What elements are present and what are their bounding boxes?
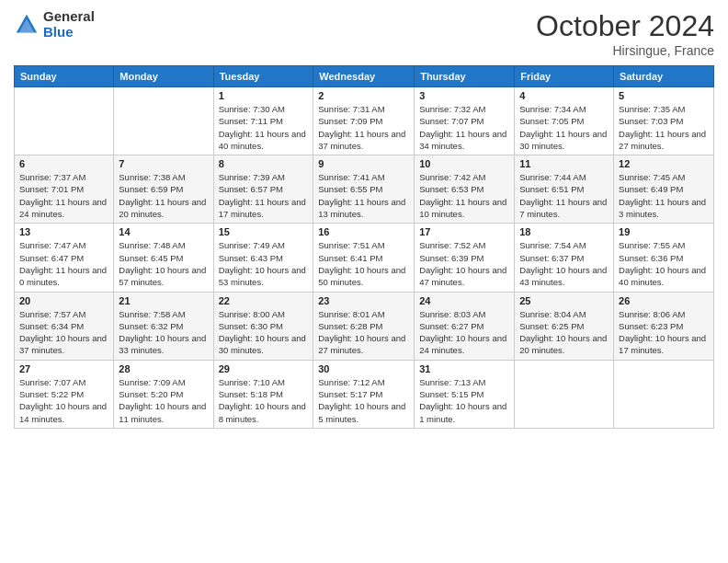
day-number: 14	[119, 226, 208, 237]
calendar-cell: 22Sunrise: 8:00 AM Sunset: 6:30 PM Dayli…	[213, 292, 313, 360]
calendar-cell	[515, 360, 614, 428]
calendar-cell: 18Sunrise: 7:54 AM Sunset: 6:37 PM Dayli…	[515, 224, 614, 292]
week-row-2: 6Sunrise: 7:37 AM Sunset: 7:01 PM Daylig…	[15, 155, 714, 224]
day-info: Sunrise: 7:45 AM Sunset: 6:49 PM Dayligh…	[619, 171, 709, 220]
day-info: Sunrise: 7:12 AM Sunset: 5:17 PM Dayligh…	[318, 376, 409, 425]
calendar-cell: 19Sunrise: 7:55 AM Sunset: 6:36 PM Dayli…	[614, 224, 714, 292]
month-title: October 2024	[536, 9, 714, 43]
day-number: 3	[419, 90, 509, 101]
calendar-cell: 27Sunrise: 7:07 AM Sunset: 5:22 PM Dayli…	[15, 360, 114, 428]
day-info: Sunrise: 7:54 AM Sunset: 6:37 PM Dayligh…	[519, 239, 609, 288]
day-number: 30	[318, 363, 409, 374]
day-number: 1	[219, 90, 309, 101]
calendar-cell: 14Sunrise: 7:48 AM Sunset: 6:45 PM Dayli…	[114, 224, 213, 292]
day-info: Sunrise: 7:38 AM Sunset: 6:59 PM Dayligh…	[119, 171, 208, 220]
calendar-cell: 2Sunrise: 7:31 AM Sunset: 7:09 PM Daylig…	[313, 87, 415, 155]
day-header-monday: Monday	[114, 66, 213, 87]
calendar-cell: 21Sunrise: 7:58 AM Sunset: 6:32 PM Dayli…	[114, 292, 213, 360]
day-info: Sunrise: 7:30 AM Sunset: 7:11 PM Dayligh…	[219, 103, 309, 152]
day-number: 5	[619, 90, 709, 101]
day-header-wednesday: Wednesday	[313, 66, 415, 87]
day-info: Sunrise: 7:13 AM Sunset: 5:15 PM Dayligh…	[419, 376, 509, 425]
calendar-cell: 10Sunrise: 7:42 AM Sunset: 6:53 PM Dayli…	[415, 155, 515, 224]
logo-icon	[14, 12, 40, 38]
day-info: Sunrise: 7:58 AM Sunset: 6:32 PM Dayligh…	[119, 308, 208, 357]
day-number: 27	[19, 363, 108, 374]
day-info: Sunrise: 7:52 AM Sunset: 6:39 PM Dayligh…	[419, 239, 509, 288]
day-number: 9	[318, 158, 409, 169]
day-header-saturday: Saturday	[614, 66, 714, 87]
calendar-cell	[114, 87, 213, 155]
day-info: Sunrise: 7:07 AM Sunset: 5:22 PM Dayligh…	[19, 376, 108, 425]
calendar-cell: 20Sunrise: 7:57 AM Sunset: 6:34 PM Dayli…	[15, 292, 114, 360]
calendar-cell	[614, 360, 714, 428]
calendar-cell: 31Sunrise: 7:13 AM Sunset: 5:15 PM Dayli…	[415, 360, 515, 428]
day-header-tuesday: Tuesday	[213, 66, 313, 87]
day-header-friday: Friday	[515, 66, 614, 87]
calendar-cell: 24Sunrise: 8:03 AM Sunset: 6:27 PM Dayli…	[415, 292, 515, 360]
location: Hirsingue, France	[536, 43, 714, 58]
day-info: Sunrise: 7:44 AM Sunset: 6:51 PM Dayligh…	[519, 171, 609, 220]
day-info: Sunrise: 7:57 AM Sunset: 6:34 PM Dayligh…	[19, 308, 108, 357]
calendar-cell: 23Sunrise: 8:01 AM Sunset: 6:28 PM Dayli…	[313, 292, 415, 360]
day-number: 18	[519, 226, 609, 237]
day-number: 11	[519, 158, 609, 169]
calendar-cell: 7Sunrise: 7:38 AM Sunset: 6:59 PM Daylig…	[114, 155, 213, 224]
day-info: Sunrise: 7:49 AM Sunset: 6:43 PM Dayligh…	[219, 239, 309, 288]
calendar-cell: 3Sunrise: 7:32 AM Sunset: 7:07 PM Daylig…	[415, 87, 515, 155]
day-number: 26	[619, 295, 709, 306]
day-number: 12	[619, 158, 709, 169]
calendar-cell: 17Sunrise: 7:52 AM Sunset: 6:39 PM Dayli…	[415, 224, 515, 292]
day-number: 19	[619, 226, 709, 237]
title-section: October 2024 Hirsingue, France	[536, 9, 714, 58]
calendar-cell: 28Sunrise: 7:09 AM Sunset: 5:20 PM Dayli…	[114, 360, 213, 428]
calendar-cell: 30Sunrise: 7:12 AM Sunset: 5:17 PM Dayli…	[313, 360, 415, 428]
day-info: Sunrise: 7:37 AM Sunset: 7:01 PM Dayligh…	[19, 171, 108, 220]
day-info: Sunrise: 7:47 AM Sunset: 6:47 PM Dayligh…	[19, 239, 108, 288]
header: General Blue October 2024 Hirsingue, Fra…	[14, 9, 714, 58]
day-number: 2	[318, 90, 409, 101]
day-number: 6	[19, 158, 108, 169]
calendar-cell: 5Sunrise: 7:35 AM Sunset: 7:03 PM Daylig…	[614, 87, 714, 155]
calendar-cell: 4Sunrise: 7:34 AM Sunset: 7:05 PM Daylig…	[515, 87, 614, 155]
day-number: 16	[318, 226, 409, 237]
day-number: 8	[219, 158, 309, 169]
calendar-cell: 16Sunrise: 7:51 AM Sunset: 6:41 PM Dayli…	[313, 224, 415, 292]
logo-text: General Blue	[43, 9, 95, 40]
day-info: Sunrise: 7:31 AM Sunset: 7:09 PM Dayligh…	[318, 103, 409, 152]
day-info: Sunrise: 7:42 AM Sunset: 6:53 PM Dayligh…	[419, 171, 509, 220]
week-row-5: 27Sunrise: 7:07 AM Sunset: 5:22 PM Dayli…	[15, 360, 714, 428]
page: General Blue October 2024 Hirsingue, Fra…	[0, 0, 728, 563]
day-number: 23	[318, 295, 409, 306]
calendar-table: SundayMondayTuesdayWednesdayThursdayFrid…	[14, 65, 714, 429]
day-number: 15	[219, 226, 309, 237]
day-number: 21	[119, 295, 208, 306]
day-info: Sunrise: 8:06 AM Sunset: 6:23 PM Dayligh…	[619, 308, 709, 357]
logo-blue: Blue	[43, 25, 95, 40]
day-header-sunday: Sunday	[15, 66, 114, 87]
calendar-cell: 9Sunrise: 7:41 AM Sunset: 6:55 PM Daylig…	[313, 155, 415, 224]
calendar-cell: 1Sunrise: 7:30 AM Sunset: 7:11 PM Daylig…	[213, 87, 313, 155]
calendar-cell: 26Sunrise: 8:06 AM Sunset: 6:23 PM Dayli…	[614, 292, 714, 360]
day-info: Sunrise: 7:48 AM Sunset: 6:45 PM Dayligh…	[119, 239, 208, 288]
day-header-thursday: Thursday	[415, 66, 515, 87]
calendar-cell: 15Sunrise: 7:49 AM Sunset: 6:43 PM Dayli…	[213, 224, 313, 292]
week-row-3: 13Sunrise: 7:47 AM Sunset: 6:47 PM Dayli…	[15, 224, 714, 292]
day-number: 22	[219, 295, 309, 306]
day-number: 7	[119, 158, 208, 169]
calendar-cell: 8Sunrise: 7:39 AM Sunset: 6:57 PM Daylig…	[213, 155, 313, 224]
day-number: 4	[519, 90, 609, 101]
day-number: 17	[419, 226, 509, 237]
calendar-cell: 29Sunrise: 7:10 AM Sunset: 5:18 PM Dayli…	[213, 360, 313, 428]
day-header-row: SundayMondayTuesdayWednesdayThursdayFrid…	[15, 66, 714, 87]
calendar-cell: 12Sunrise: 7:45 AM Sunset: 6:49 PM Dayli…	[614, 155, 714, 224]
calendar-cell: 11Sunrise: 7:44 AM Sunset: 6:51 PM Dayli…	[515, 155, 614, 224]
day-number: 24	[419, 295, 509, 306]
day-info: Sunrise: 7:34 AM Sunset: 7:05 PM Dayligh…	[519, 103, 609, 152]
day-number: 28	[119, 363, 208, 374]
day-info: Sunrise: 8:04 AM Sunset: 6:25 PM Dayligh…	[519, 308, 609, 357]
day-info: Sunrise: 7:39 AM Sunset: 6:57 PM Dayligh…	[219, 171, 309, 220]
day-info: Sunrise: 7:51 AM Sunset: 6:41 PM Dayligh…	[318, 239, 409, 288]
day-info: Sunrise: 7:41 AM Sunset: 6:55 PM Dayligh…	[318, 171, 409, 220]
day-info: Sunrise: 7:35 AM Sunset: 7:03 PM Dayligh…	[619, 103, 709, 152]
